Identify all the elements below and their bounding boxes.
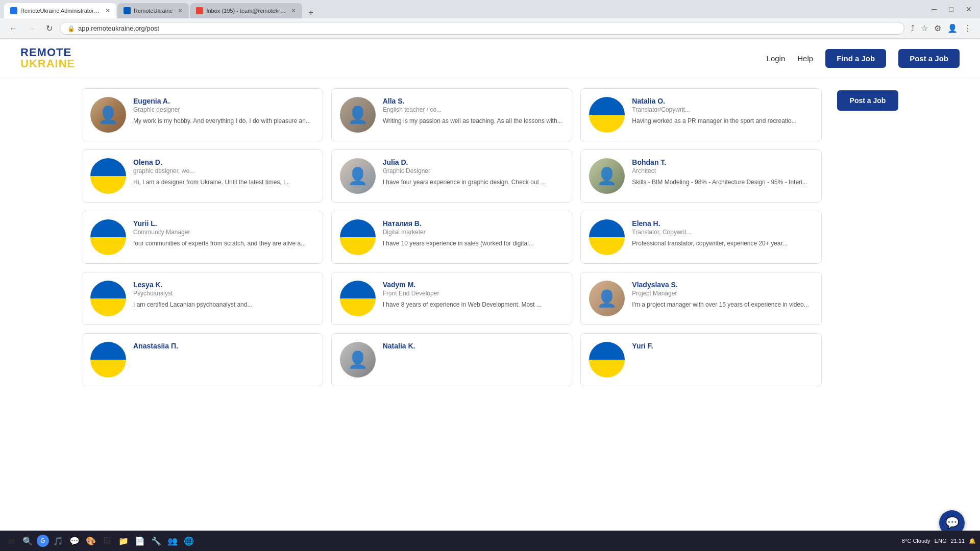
forward-button[interactable]: → [24,22,39,35]
card-body: Eugenia A. Graphic designer My work is m… [133,97,314,126]
cards-grid: 👤 Eugenia A. Graphic designer My work is… [82,88,822,386]
person-icon: 👤 [98,105,118,124]
post-a-job-header-button[interactable]: Post a Job [898,49,960,68]
card-card7[interactable]: Yurii L. Community Manager four communit… [82,211,323,264]
card-body: Наталия В. Digital marketer I have 10 ye… [383,219,564,248]
card-name: Lesya K. [133,281,314,289]
card-description: Professional translator, copywriter, exp… [632,239,813,248]
card-name: Anastasiia П. [133,342,314,350]
close-window-button[interactable]: ✕ [962,4,976,14]
profile-icon[interactable]: 👤 [945,22,960,34]
find-a-job-button[interactable]: Find a Job [825,49,886,68]
card-description: Writing is my passion as well as teachin… [383,116,564,126]
card-name: Eugenia A. [133,97,314,105]
card-card12[interactable]: 👤 Vladyslava S. Project Manager I'm a pr… [580,272,822,325]
url-text: app.remoteukraine.org/post [78,24,159,32]
avatar-flag [90,342,126,378]
card-body: Vadym M. Front End Developer I have 8 ye… [383,281,564,309]
main-content: 👤 Eugenia A. Graphic designer My work is… [0,78,980,396]
card-name: Natalia O. [632,97,813,105]
avatar-photo: 👤 [340,342,376,378]
tab-label-gmail: Inbox (195) - team@remotekra... [206,8,286,14]
card-card4[interactable]: Olena D. graphic designer, we... Hi, I a… [82,149,323,203]
card-description: My work is my hobby. And everything I do… [133,116,314,126]
reload-button[interactable]: ↻ [43,21,56,35]
card-title: Digital marketer [383,229,564,236]
login-link[interactable]: Login [767,54,786,63]
back-button[interactable]: ← [6,22,20,35]
tab-favicon-gmail [196,7,203,14]
card-card10[interactable]: Lesya K. Psychoanalyst I am certified La… [82,272,323,325]
post-a-job-sidebar-button[interactable]: Post a Job [837,90,898,111]
card-card11[interactable]: Vadym M. Front End Developer I have 8 ye… [331,272,573,325]
card-body: Olena D. graphic designer, we... Hi, I a… [133,158,314,187]
avatar-flag [90,158,126,194]
card-title: Translator, Copywrit... [632,229,813,236]
card-description: four communities of experts from scratch… [133,239,314,248]
url-bar[interactable]: 🔒 app.remoteukraine.org/post [60,22,904,35]
security-icon: 🔒 [67,25,75,32]
card-card6[interactable]: 👤 Bohdan T. Architect Skills - BIM Model… [580,149,822,203]
logo-ukraine: UKRAINE [20,58,75,69]
bookmark-icon[interactable]: ☆ [919,22,930,34]
tab-close-gmail[interactable]: ✕ [291,7,296,14]
extensions-icon[interactable]: ⚙ [932,22,943,34]
card-card5[interactable]: 👤 Julia D. Graphic Designer I have four … [331,149,573,203]
avatar-photo: 👤 [340,97,376,133]
person-icon: 👤 [348,350,368,369]
avatar-photo: 👤 [589,281,625,316]
person-icon: 👤 [348,166,368,186]
sidebar: Post a Job [837,88,898,386]
card-body: Anastasiia П. [133,342,314,354]
card-card13[interactable]: Anastasiia П. [82,333,323,386]
card-body: Bohdan T. Architect Skills - BIM Modelin… [632,158,813,187]
logo[interactable]: REMOTE UKRAINE [20,47,75,69]
card-name: Bohdan T. [632,158,813,166]
share-icon[interactable]: ⤴ [909,23,917,34]
card-description: Hi, I am a designer from Ukraine. Until … [133,178,314,187]
card-name: Alla S. [383,97,564,105]
avatar-flag [589,342,625,378]
card-card2[interactable]: 👤 Alla S. English teacher / co... Writin… [331,88,573,141]
card-card15[interactable]: Yuri F. [580,333,822,386]
person-icon: 👤 [348,105,368,124]
card-card8[interactable]: Наталия В. Digital marketer I have 10 ye… [331,211,573,264]
address-actions: ⤴ ☆ ⚙ 👤 ⋮ [909,22,974,34]
card-body: Elena H. Translator, Copywrit... Profess… [632,219,813,248]
minimize-button[interactable]: ─ [928,4,941,14]
card-name: Наталия В. [383,219,564,228]
tab-gmail[interactable]: Inbox (195) - team@remotekra... ✕ [190,3,302,18]
card-body: Julia D. Graphic Designer I have four ye… [383,158,564,187]
menu-icon[interactable]: ⋮ [962,22,974,34]
new-tab-button[interactable]: + [305,7,316,18]
card-title: English teacher / co... [383,106,564,113]
card-card3[interactable]: Natalia O. Translator/Copywrit... Having… [580,88,822,141]
tab-admin[interactable]: RemoteUkraine Administrator D... ✕ [4,3,116,18]
card-description: Skills - BIM Modeling - 98% - Architectu… [632,178,813,187]
site-header: REMOTE UKRAINE Login Help Find a Job Pos… [0,39,980,78]
card-body: Alla S. English teacher / co... Writing … [383,97,564,126]
card-card9[interactable]: Elena H. Translator, Copywrit... Profess… [580,211,822,264]
maximize-button[interactable]: □ [945,4,958,14]
card-name: Elena H. [632,219,813,228]
tab-remote[interactable]: RemoteUkraine ✕ [117,3,189,18]
card-name: Yuri F. [632,342,813,350]
card-title: Translator/Copywrit... [632,106,813,113]
card-title: Community Manager [133,229,314,236]
card-title: Psychoanalyst [133,290,314,297]
card-name: Natalia K. [383,342,564,350]
card-card14[interactable]: 👤 Natalia K. [331,333,573,386]
tab-favicon-admin [10,7,17,14]
card-title: Project Manager [632,290,813,297]
avatar-flag [340,219,376,255]
card-body: Natalia K. [383,342,564,354]
tab-close-admin[interactable]: ✕ [105,7,110,14]
person-icon: 👤 [597,289,617,308]
card-body: Lesya K. Psychoanalyst I am certified La… [133,281,314,309]
help-link[interactable]: Help [797,54,813,63]
avatar-photo: 👤 [90,97,126,133]
card-description: I have four years experience in graphic … [383,178,564,187]
card-title: Architect [632,167,813,174]
card-card1[interactable]: 👤 Eugenia A. Graphic designer My work is… [82,88,323,141]
tab-close-remote[interactable]: ✕ [178,7,183,14]
